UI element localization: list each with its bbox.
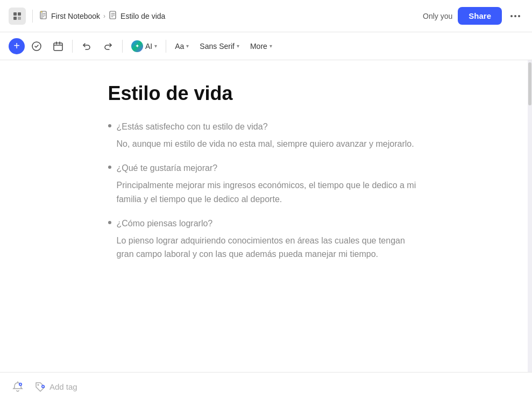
font-size-label: Aa bbox=[175, 42, 184, 51]
add-tag-button[interactable]: Add tag bbox=[31, 379, 81, 395]
svg-point-17 bbox=[38, 384, 39, 385]
breadcrumb: First Notebook › Estilo de vida bbox=[39, 11, 418, 21]
scrollbar-thumb[interactable] bbox=[528, 62, 531, 105]
font-size-button[interactable]: Aa ▾ bbox=[171, 39, 193, 53]
add-reminder-button[interactable] bbox=[9, 379, 27, 395]
answer-3: Lo pienso lograr adquiriendo conocimient… bbox=[117, 234, 420, 261]
more-formatting-label: More bbox=[250, 42, 267, 51]
font-family-label: Sans Serif bbox=[200, 42, 235, 51]
visibility-label: Only you bbox=[423, 12, 452, 20]
app-container: First Notebook › Estilo de vida Only you… bbox=[0, 0, 532, 401]
top-bar-divider bbox=[32, 10, 33, 23]
font-size-chevron: ▾ bbox=[186, 43, 189, 49]
bullet-item-2: ¿Qué te gustaría mejorar? bbox=[108, 161, 420, 175]
font-family-chevron: ▾ bbox=[237, 43, 239, 49]
redo-button[interactable] bbox=[98, 38, 118, 55]
ai-chevron: ▾ bbox=[154, 43, 157, 49]
breadcrumb-page: Estilo de vida bbox=[120, 12, 165, 20]
svg-rect-0 bbox=[13, 12, 17, 16]
toolbar-sep-2 bbox=[122, 40, 123, 53]
editor-content: Estilo de vida ¿Estás satisfecho con tu … bbox=[76, 60, 452, 293]
top-bar-right: Only you Share bbox=[423, 7, 523, 25]
app-icon bbox=[9, 8, 26, 25]
top-bar: First Notebook › Estilo de vida Only you… bbox=[0, 0, 532, 32]
ai-icon bbox=[131, 40, 143, 52]
undo-button[interactable] bbox=[77, 38, 96, 55]
tag-icon bbox=[34, 381, 46, 393]
bottom-bar: Add tag bbox=[0, 372, 532, 401]
scrollbar[interactable] bbox=[528, 60, 532, 372]
add-tag-label: Add tag bbox=[49, 382, 77, 391]
calendar-button[interactable] bbox=[48, 38, 68, 55]
font-family-button[interactable]: Sans Serif ▾ bbox=[195, 39, 244, 53]
bullet-item-3: ¿Cómo piensas lograrlo? bbox=[108, 217, 420, 231]
question-1: ¿Estás satisfecho con tu estilo de vida? bbox=[117, 120, 268, 134]
toolbar: + bbox=[0, 32, 532, 60]
share-button[interactable]: Share bbox=[458, 7, 502, 25]
ai-label: AI bbox=[145, 42, 152, 51]
check-button[interactable] bbox=[27, 38, 46, 55]
bullet-dot-3 bbox=[108, 221, 111, 224]
question-2: ¿Qué te gustaría mejorar? bbox=[117, 161, 218, 175]
editor-area[interactable]: Estilo de vida ¿Estás satisfecho con tu … bbox=[0, 60, 528, 372]
toolbar-sep-3 bbox=[166, 40, 166, 53]
document-title: Estilo de vida bbox=[108, 82, 420, 105]
question-3: ¿Cómo piensas lograrlo? bbox=[117, 217, 213, 231]
ai-button[interactable]: AI ▾ bbox=[127, 38, 161, 55]
breadcrumb-chevron: › bbox=[103, 12, 105, 20]
more-formatting-button[interactable]: More ▾ bbox=[246, 39, 276, 53]
toolbar-sep-1 bbox=[72, 40, 73, 53]
breadcrumb-notebook[interactable]: First Notebook bbox=[51, 12, 100, 20]
more-options-button[interactable] bbox=[507, 13, 523, 19]
svg-rect-1 bbox=[18, 12, 21, 16]
page-icon bbox=[109, 11, 117, 21]
answer-2: Principalmente mejorar mis ingresos econ… bbox=[117, 178, 420, 206]
notebook-icon bbox=[39, 11, 48, 21]
add-content-button[interactable]: + bbox=[9, 38, 25, 54]
svg-rect-9 bbox=[54, 43, 62, 51]
bell-icon bbox=[12, 381, 24, 393]
main-area: Estilo de vida ¿Estás satisfecho con tu … bbox=[0, 60, 532, 372]
bullet-dot-1 bbox=[108, 124, 111, 127]
bullet-item-1: ¿Estás satisfecho con tu estilo de vida? bbox=[108, 120, 420, 134]
svg-rect-3 bbox=[18, 17, 21, 20]
more-formatting-chevron: ▾ bbox=[269, 43, 272, 49]
answer-1: No, aunque mi estilo de vida no esta mal… bbox=[117, 137, 420, 151]
svg-rect-2 bbox=[13, 17, 17, 20]
bullet-dot-2 bbox=[108, 166, 111, 169]
